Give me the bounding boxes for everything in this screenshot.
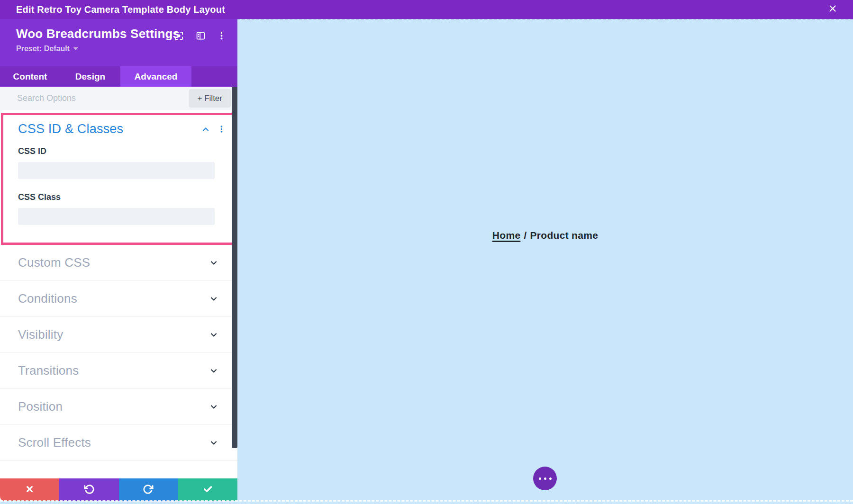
- window-title: Edit Retro Toy Camera Template Body Layo…: [16, 4, 225, 15]
- css-class-label: CSS Class: [18, 192, 232, 202]
- tab-advanced[interactable]: Advanced: [120, 66, 191, 87]
- ellipsis-dot: [544, 477, 546, 480]
- discard-button[interactable]: [0, 478, 59, 501]
- tab-content[interactable]: Content: [0, 66, 60, 87]
- undo-icon: [84, 484, 94, 496]
- filter-button[interactable]: + Filter: [189, 89, 231, 108]
- breadcrumb-current: Product name: [530, 230, 599, 241]
- chevron-down-icon: [209, 294, 218, 304]
- kebab-menu-icon[interactable]: [217, 31, 226, 40]
- undo-button[interactable]: [59, 478, 118, 501]
- breadcrumb-home-link[interactable]: Home: [492, 230, 521, 241]
- section-conditions[interactable]: Conditions: [0, 281, 237, 317]
- kebab-menu-icon[interactable]: [218, 125, 226, 133]
- section-transitions[interactable]: Transitions: [0, 353, 237, 389]
- css-id-label: CSS ID: [18, 146, 232, 156]
- tab-design[interactable]: Design: [60, 66, 120, 87]
- template-boundary-dashed-line: [0, 500, 853, 502]
- caret-down-icon: [73, 47, 78, 50]
- close-button[interactable]: [825, 0, 841, 19]
- settings-panel-header: Woo Breadcrumbs Settings Preset: Default: [0, 19, 237, 66]
- divi-builder-screen: Edit Retro Toy Camera Template Body Layo…: [0, 0, 853, 504]
- save-button[interactable]: [178, 478, 237, 501]
- redo-button[interactable]: [119, 478, 178, 501]
- css-section-header[interactable]: CSS ID & Classes: [18, 122, 232, 136]
- section-scroll-effects[interactable]: Scroll Effects: [0, 425, 237, 461]
- panel-footer-actions: [0, 478, 237, 501]
- settings-tabs: Content Design Advanced: [0, 66, 237, 87]
- search-options-bar: + Filter: [0, 87, 237, 110]
- section-visibility[interactable]: Visibility: [0, 317, 237, 353]
- settings-panel: Woo Breadcrumbs Settings Preset: Default: [0, 19, 237, 501]
- panel-header-icons: [173, 30, 226, 41]
- chevron-down-icon: [209, 258, 218, 268]
- section-position[interactable]: Position: [0, 389, 237, 425]
- section-custom-css[interactable]: Custom CSS: [0, 245, 237, 281]
- breadcrumb-separator: /: [524, 230, 526, 241]
- module-options-button[interactable]: [533, 467, 557, 490]
- split-view-icon[interactable]: [196, 31, 206, 41]
- redo-icon: [143, 484, 154, 496]
- chevron-down-icon: [209, 366, 218, 376]
- css-id-input[interactable]: [18, 162, 215, 179]
- ellipsis-dot: [539, 477, 541, 480]
- ellipsis-dot: [549, 477, 552, 480]
- preset-selector[interactable]: Preset: Default: [16, 45, 78, 53]
- settings-accordion: Custom CSS Conditions Visibility Transit…: [0, 245, 237, 461]
- css-class-input[interactable]: [18, 208, 215, 225]
- breadcrumb: Home/Product name: [237, 230, 853, 241]
- close-icon: [25, 485, 34, 495]
- chevron-down-icon: [209, 438, 218, 448]
- preset-label: Preset: Default: [16, 45, 70, 53]
- template-preview-canvas: Home/Product name: [237, 19, 853, 501]
- css-id-classes-section: CSS ID & Classes CSS ID CSS Cl: [1, 113, 235, 245]
- panel-scrollbar[interactable]: [232, 87, 237, 448]
- focus-icon[interactable]: [173, 30, 184, 41]
- chevron-down-icon: [209, 330, 218, 340]
- chevron-down-icon: [209, 402, 218, 412]
- css-section-title: CSS ID & Classes: [18, 122, 123, 136]
- check-icon: [203, 484, 213, 495]
- close-icon: [827, 3, 838, 16]
- window-titlebar: Edit Retro Toy Camera Template Body Layo…: [0, 0, 853, 19]
- chevron-up-icon[interactable]: [201, 125, 210, 134]
